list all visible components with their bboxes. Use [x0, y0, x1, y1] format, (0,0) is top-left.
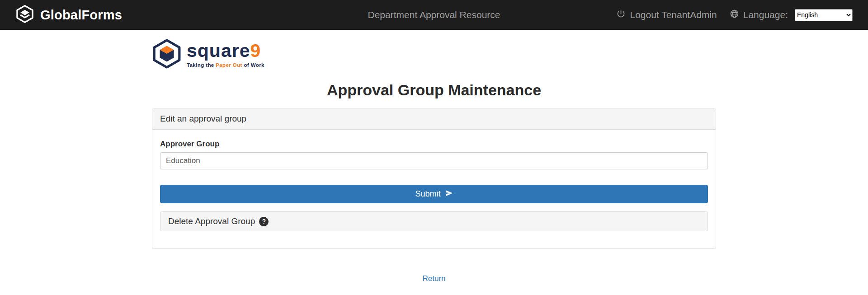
return-link[interactable]: Return: [422, 274, 445, 283]
top-navbar: GlobalForms Department Approval Resource…: [0, 0, 868, 30]
navbar-title: Department Approval Resource: [368, 9, 500, 20]
submit-button[interactable]: Submit: [160, 185, 708, 203]
navbar-right-group: Logout TenantAdmin Language: English: [616, 9, 853, 21]
main-content: square9 Taking the Paper Out of Work App…: [152, 39, 716, 295]
globalforms-brand[interactable]: GlobalForms: [15, 5, 122, 25]
globalforms-logo-icon: [15, 5, 34, 25]
language-label: Language:: [743, 9, 788, 20]
square9-wordmark-square: square: [187, 40, 250, 61]
panel-body: Approver Group Submit Delete Approval Gr…: [152, 130, 716, 248]
brand-text: GlobalForms: [40, 8, 122, 23]
approver-group-input[interactable]: [160, 152, 708, 169]
logout-link[interactable]: Logout TenantAdmin: [616, 9, 717, 21]
logout-label: Logout TenantAdmin: [630, 9, 717, 20]
paper-plane-icon: [445, 189, 453, 199]
language-select[interactable]: English: [795, 9, 853, 21]
tagline-part-3: of Work: [242, 62, 264, 68]
square9-wordmark-nine: 9: [250, 40, 261, 61]
panel-header: Edit an approval group: [152, 108, 716, 130]
edit-approval-group-panel: Edit an approval group Approver Group Su…: [152, 108, 716, 249]
delete-approval-group-toggle[interactable]: Delete Approval Group ?: [160, 211, 708, 231]
return-row: Return: [152, 274, 716, 283]
submit-label: Submit: [415, 189, 440, 199]
square9-wordmark-block: square9 Taking the Paper Out of Work: [187, 39, 264, 68]
square9-tagline: Taking the Paper Out of Work: [187, 62, 264, 68]
question-circle-icon: ?: [259, 217, 269, 226]
tagline-part-1: Taking the: [187, 62, 216, 68]
page-title: Approval Group Maintenance: [152, 81, 716, 99]
power-icon: [616, 9, 626, 21]
tagline-part-2: Paper Out: [216, 62, 242, 68]
delete-approval-group-label: Delete Approval Group: [168, 216, 255, 226]
square9-logo-icon: [152, 39, 182, 70]
square9-logo: square9 Taking the Paper Out of Work: [152, 39, 716, 70]
approver-group-label: Approver Group: [160, 140, 708, 149]
language-group: Language: English: [730, 9, 853, 21]
globe-icon: [730, 9, 739, 21]
square9-wordmark: square9: [187, 42, 264, 60]
